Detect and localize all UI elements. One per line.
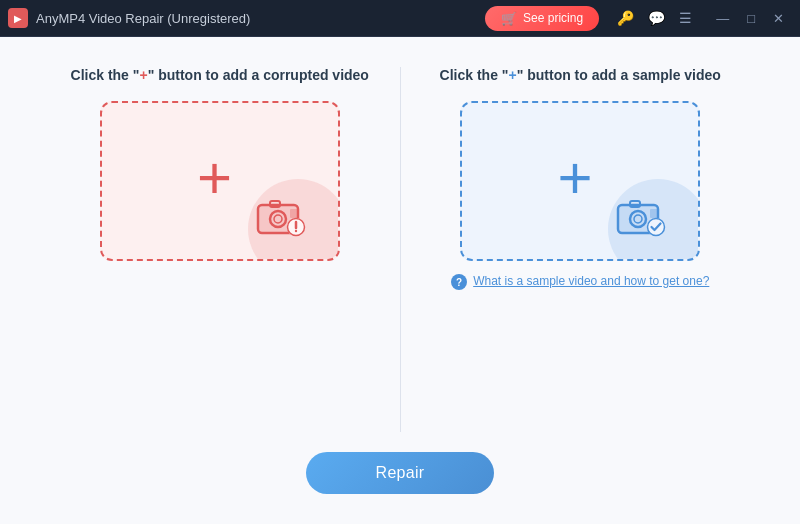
sample-drop-zone-inner: + bbox=[462, 103, 698, 259]
svg-rect-10 bbox=[290, 209, 298, 218]
titlebar-icons: 🔑 💬 ☰ bbox=[611, 6, 698, 30]
app-icon bbox=[8, 8, 28, 28]
help-icon: ? bbox=[451, 274, 467, 290]
corrupted-video-drop-zone[interactable]: + bbox=[100, 101, 340, 261]
close-button[interactable]: ✕ bbox=[765, 7, 792, 30]
repair-btn-wrap: Repair bbox=[40, 432, 760, 504]
key-button[interactable]: 🔑 bbox=[611, 6, 640, 30]
left-plus-char: + bbox=[139, 67, 147, 83]
corrupted-drop-zone-inner: + bbox=[102, 103, 338, 259]
menu-icon: ☰ bbox=[679, 10, 692, 26]
see-pricing-label: See pricing bbox=[523, 11, 583, 25]
key-icon: 🔑 bbox=[617, 10, 634, 26]
chat-button[interactable]: 💬 bbox=[642, 6, 671, 30]
corrupted-plus-icon: + bbox=[197, 148, 232, 208]
maximize-button[interactable]: □ bbox=[739, 7, 763, 30]
titlebar: AnyMP4 Video Repair (Unregistered) 🛒 See… bbox=[0, 0, 800, 36]
sample-plus-icon: + bbox=[557, 148, 592, 208]
titlebar-right: 🛒 See pricing 🔑 💬 ☰ — □ ✕ bbox=[485, 6, 792, 31]
chat-icon: 💬 bbox=[648, 10, 665, 26]
repair-button[interactable]: Repair bbox=[306, 452, 495, 494]
panels-container: Click the "+" button to add a corrupted … bbox=[40, 67, 760, 432]
corrupted-camera-icon-wrap bbox=[256, 195, 308, 241]
sample-camera-icon bbox=[616, 195, 668, 237]
sample-video-help-link[interactable]: ? What is a sample video and how to get … bbox=[451, 273, 709, 290]
window-controls: — □ ✕ bbox=[708, 7, 792, 30]
see-pricing-button[interactable]: 🛒 See pricing bbox=[485, 6, 599, 31]
right-plus-char: + bbox=[508, 67, 516, 83]
close-icon: ✕ bbox=[773, 11, 784, 26]
corrupted-camera-icon bbox=[256, 195, 308, 237]
minimize-icon: — bbox=[716, 11, 729, 26]
sample-camera-icon-wrap bbox=[616, 195, 668, 241]
svg-point-9 bbox=[295, 230, 297, 232]
repair-label: Repair bbox=[376, 464, 425, 481]
right-panel-title: Click the "+" button to add a sample vid… bbox=[440, 67, 721, 83]
minimize-button[interactable]: — bbox=[708, 7, 737, 30]
cart-icon: 🛒 bbox=[501, 11, 517, 26]
left-panel: Click the "+" button to add a corrupted … bbox=[40, 67, 400, 432]
help-link-text: What is a sample video and how to get on… bbox=[473, 273, 709, 290]
maximize-icon: □ bbox=[747, 11, 755, 26]
left-panel-title: Click the "+" button to add a corrupted … bbox=[71, 67, 369, 83]
right-panel: Click the "+" button to add a sample vid… bbox=[401, 67, 761, 432]
menu-button[interactable]: ☰ bbox=[673, 6, 698, 30]
sample-video-drop-zone[interactable]: + bbox=[460, 101, 700, 261]
app-title: AnyMP4 Video Repair (Unregistered) bbox=[36, 11, 250, 26]
titlebar-left: AnyMP4 Video Repair (Unregistered) bbox=[8, 8, 250, 28]
main-content: Click the "+" button to add a corrupted … bbox=[0, 37, 800, 524]
svg-rect-18 bbox=[650, 209, 658, 218]
